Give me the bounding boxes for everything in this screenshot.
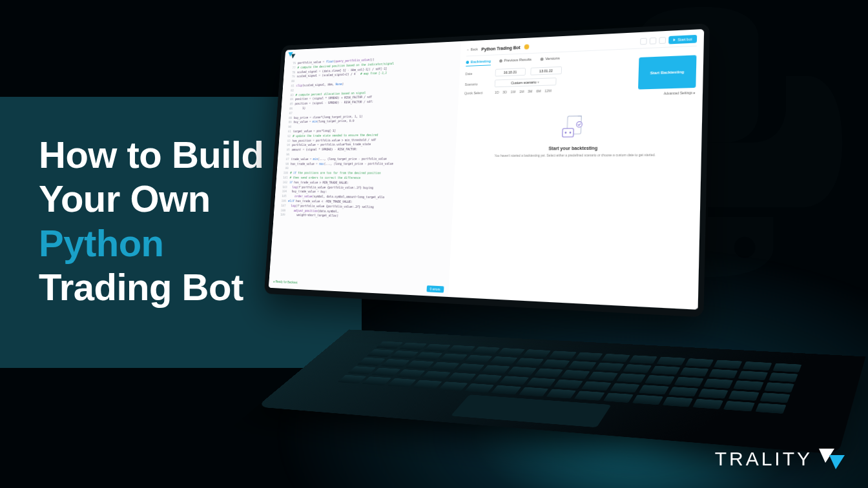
code-lines: 76portfolio_value = float(query_portfoli… xyxy=(278,54,456,221)
toolbar-icon[interactable] xyxy=(650,37,657,45)
tab-previous-results[interactable]: Previous Results xyxy=(499,57,532,65)
start-backtesting-button[interactable]: Start Backtesting xyxy=(638,55,696,89)
start-bot-button[interactable]: Start bot xyxy=(668,35,697,45)
errors-badge: 0 errors xyxy=(426,285,444,292)
headline-line1: How to Build xyxy=(39,134,264,176)
chevron-down-icon: ▾ xyxy=(537,80,539,84)
scenario-select[interactable]: Custom scenario ▾ xyxy=(495,77,557,87)
date-from-field[interactable]: 16.10.21 xyxy=(495,68,526,77)
headline-accent: Python xyxy=(39,222,164,264)
quick-select-option[interactable]: 3M xyxy=(526,88,534,94)
back-link[interactable]: ← Back xyxy=(466,47,478,52)
tab-backtesting[interactable]: Backtesting xyxy=(466,59,491,66)
quick-select-option[interactable]: 3D xyxy=(501,90,509,95)
code-editor-pane: 76portfolio_value = float(query_portfoli… xyxy=(269,41,461,297)
brand-mark: TRALITY xyxy=(715,448,845,470)
quick-select-option[interactable]: 1M xyxy=(517,89,526,94)
date-to-field[interactable]: 13.01.22 xyxy=(530,66,562,76)
trality-logo-icon xyxy=(819,449,845,469)
quick-select-option[interactable]: 12M xyxy=(542,88,553,94)
exchange-badge-icon xyxy=(524,44,529,49)
brand-name: TRALITY xyxy=(715,448,812,470)
empty-title: Start your backtesting xyxy=(461,144,694,152)
headline-line2: Your Own xyxy=(39,178,211,219)
backtest-pane: ← Back Python Trading Bot Start bot Back… xyxy=(448,29,704,310)
tab-versions[interactable]: Versions xyxy=(540,56,559,63)
empty-state: Start your backtesting You haven't start… xyxy=(461,112,695,158)
page-title: Python Trading Bot xyxy=(481,45,521,52)
quick-select-option[interactable]: 6M xyxy=(534,88,543,94)
quick-select-option[interactable]: 1W xyxy=(509,89,518,94)
trality-icon xyxy=(288,52,296,57)
date-label: Date xyxy=(465,71,490,76)
empty-subtitle: You haven't started a backtesting yet. S… xyxy=(491,153,659,158)
empty-state-icon xyxy=(559,114,589,141)
laptop-screen: 76portfolio_value = float(query_portfoli… xyxy=(264,23,710,317)
quick-select-label: Quick Select xyxy=(464,90,490,95)
scenario-label: Scenario xyxy=(465,82,490,86)
headline-line4: Trading Bot xyxy=(39,266,243,308)
toolbar-icon[interactable] xyxy=(659,37,666,44)
quick-select-option[interactable]: 1D xyxy=(493,90,501,95)
status-ready: ● Ready for Backtest xyxy=(273,280,298,285)
svg-rect-1 xyxy=(563,128,574,137)
toolbar-icon[interactable] xyxy=(640,38,647,45)
advanced-settings-link[interactable]: Advanced Settings ▸ xyxy=(664,90,696,96)
laptop-keyboard xyxy=(256,329,865,454)
laptop-mockup: 76portfolio_value = float(query_portfoli… xyxy=(239,32,868,458)
